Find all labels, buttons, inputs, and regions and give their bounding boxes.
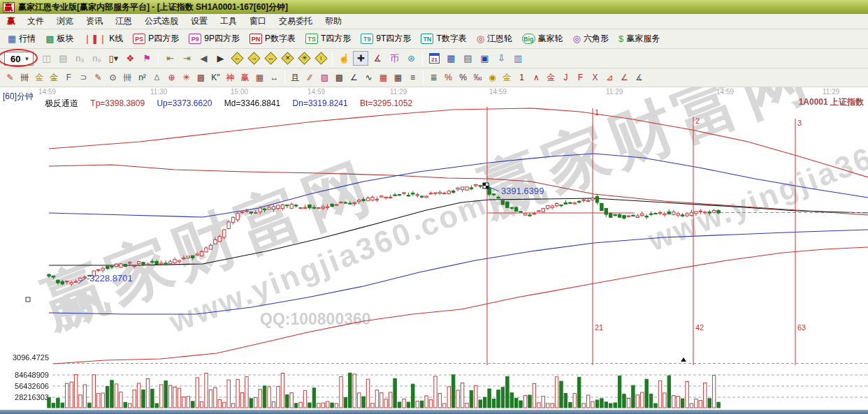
k-note-tool[interactable]: K″	[208, 71, 223, 85]
gold-box-tool[interactable]: 金	[544, 71, 558, 85]
pattern-icon[interactable]: ❖	[122, 51, 138, 66]
gold-price-tool[interactable]: 金	[47, 71, 62, 85]
reset-diamond[interactable]: ✳	[296, 51, 312, 66]
flag-one-tool[interactable]: 1	[514, 71, 529, 85]
chart-area[interactable]: [60]分钟 极反通道 Tp=3398.3809 Up=3373.6620 Md…	[0, 87, 868, 410]
speed-line-tool[interactable]: ⊿	[602, 71, 617, 85]
gann-wheel-button[interactable]: ◎江恩轮	[472, 31, 517, 47]
gann-tool-icon[interactable]: 币	[386, 51, 402, 66]
menu-item-5[interactable]: 设置	[185, 13, 214, 29]
print-icon[interactable]: ▥	[510, 51, 526, 66]
kline-button[interactable]: ❘❚❘K线	[79, 31, 129, 47]
wave-tool-icon[interactable]: ⊛	[403, 51, 419, 66]
web-tool[interactable]: ✳	[179, 71, 194, 85]
next-bar-button[interactable]: ▶	[212, 51, 228, 66]
t-square-button[interactable]: TST四方形	[301, 31, 356, 47]
time-lines-tool[interactable]: 卌	[120, 71, 135, 85]
percent-tool[interactable]: %	[456, 71, 470, 85]
f-ruler-tool[interactable]: F	[62, 71, 76, 85]
menu-item-1[interactable]: 浏览	[50, 13, 80, 29]
calendar-icon[interactable]: 21	[426, 51, 442, 66]
arc-pair-tool[interactable]: ∧	[529, 71, 544, 85]
date-grid-tool[interactable]: ▦	[252, 71, 267, 85]
p-square-button[interactable]: PSP四方形	[128, 31, 184, 47]
t9-square-button[interactable]: T99T四方形	[356, 31, 416, 47]
mirror-tool[interactable]: ∆	[150, 71, 164, 85]
scale-tool[interactable]: ≣	[426, 71, 441, 85]
angle-lines-tool[interactable]: ∠	[347, 71, 361, 85]
winner-wheel-button[interactable]: Big赢家轮	[517, 31, 568, 47]
shift-right-diamond[interactable]: →	[246, 51, 261, 66]
expand-v-diamond[interactable]: ↕	[313, 51, 328, 66]
anchor-point-marker[interactable]	[483, 183, 489, 188]
res-line-tool[interactable]: ∠	[617, 71, 632, 85]
expand-h-diamond[interactable]: ↔	[263, 51, 278, 66]
gann-lines-tool[interactable]: 卌	[17, 71, 32, 85]
last-bar-button[interactable]: ⇥	[179, 51, 194, 66]
candle-style-dropdown[interactable]: ▯▾	[106, 51, 121, 66]
matrix-tool[interactable]: ▩	[194, 71, 208, 85]
bars3-icon[interactable]: n₃	[72, 51, 87, 66]
compass-tool[interactable]: ⊙	[106, 71, 120, 85]
zigzag-tool[interactable]: ∿	[361, 71, 376, 85]
compress-diamond[interactable]: ✕	[280, 51, 295, 66]
calculator-icon[interactable]: ▦	[443, 51, 458, 66]
edge-handle-marker[interactable]	[26, 297, 30, 302]
menu-item-3[interactable]: 江恩	[109, 13, 138, 29]
menu-item-9[interactable]: 帮助	[319, 13, 348, 29]
notes-icon[interactable]: ▤	[55, 51, 71, 66]
f-line-tool[interactable]: F	[573, 71, 588, 85]
flag-icon[interactable]: ⚑	[139, 51, 154, 66]
p-number-button[interactable]: PNP数字表	[245, 31, 301, 47]
export-icon[interactable]: ⇩	[493, 51, 509, 66]
menu-item-6[interactable]: 工具	[214, 13, 243, 29]
j-line-tool[interactable]: J	[558, 71, 573, 85]
prev-bar-button[interactable]: ◀	[196, 51, 211, 66]
angle-tool-icon[interactable]: ∡	[370, 51, 385, 66]
magic-number-tool[interactable]: 神	[223, 71, 238, 85]
x-line-tool[interactable]: X	[588, 71, 602, 85]
red-ruler-tool[interactable]: ✎	[91, 71, 106, 85]
measure-tool[interactable]: ↔	[267, 71, 282, 85]
first-bar-button[interactable]: ⇤	[162, 51, 178, 66]
gold-levels-tool[interactable]: 金	[500, 71, 514, 85]
sectors-button[interactable]: ▩板块	[41, 31, 78, 47]
zoom-chart-icon[interactable]: ◫	[38, 51, 54, 66]
crosshair-tool-icon[interactable]: ✚	[353, 51, 368, 66]
fan-box-tool[interactable]: ▨	[317, 71, 332, 85]
shift-left-diamond[interactable]: ←	[229, 51, 245, 66]
brush-tool[interactable]: ✎	[3, 71, 17, 85]
gold-circle-tool[interactable]: ◉	[485, 71, 500, 85]
t-number-button[interactable]: TNT数字表	[416, 31, 471, 47]
interval-dropdown[interactable]: 60▼	[4, 52, 34, 66]
menu-item-7[interactable]: 窗口	[243, 13, 273, 29]
dark-box-tool[interactable]: ▩	[332, 71, 347, 85]
quotes-button[interactable]: ▦行情	[3, 31, 41, 47]
bars9-icon[interactable]: n₉	[89, 51, 104, 66]
arc5-tool[interactable]: ⊃	[76, 71, 91, 85]
winner-char-tool[interactable]: 赢	[238, 71, 252, 85]
hexagon-button[interactable]: ◎六角形	[568, 31, 614, 47]
menu-item-0[interactable]: 文件	[21, 13, 50, 29]
price-volume-chart[interactable]: 赢家财富网www.yingjia360.com赢家财富网www.yingjia3…	[0, 87, 868, 410]
parallel-tool[interactable]: ≡	[405, 71, 420, 85]
percent-levels-tool[interactable]: ‰	[470, 71, 485, 85]
hand-tool-icon[interactable]: ☝	[336, 51, 352, 66]
percent-line-tool[interactable]: %	[441, 71, 456, 85]
p9-square-button[interactable]: P99P四方形	[184, 31, 245, 47]
frame-tool[interactable]: 且	[288, 71, 303, 85]
gann-grid-tool[interactable]: ▦	[376, 71, 391, 85]
winner-service-button[interactable]: $赢家服务	[614, 31, 665, 47]
mirror-tool-glyph: ∆	[154, 73, 159, 82]
menu-item-4[interactable]: 公式选股	[138, 13, 185, 29]
n2-tool[interactable]: n²	[135, 71, 150, 85]
gold-split-tool[interactable]: 金	[32, 71, 47, 85]
menu-item-8[interactable]: 交易委托	[273, 13, 319, 29]
tail-tool[interactable]: ∡	[632, 71, 646, 85]
report-icon[interactable]: ▤	[460, 51, 475, 66]
save-icon[interactable]: ▣	[477, 51, 492, 66]
ray-fan-tool[interactable]: ∕∕	[303, 71, 317, 85]
gann-grid2-tool[interactable]: ▦	[391, 71, 405, 85]
red-target-tool[interactable]: ⊕	[164, 71, 179, 85]
menu-item-2[interactable]: 资讯	[80, 13, 109, 29]
